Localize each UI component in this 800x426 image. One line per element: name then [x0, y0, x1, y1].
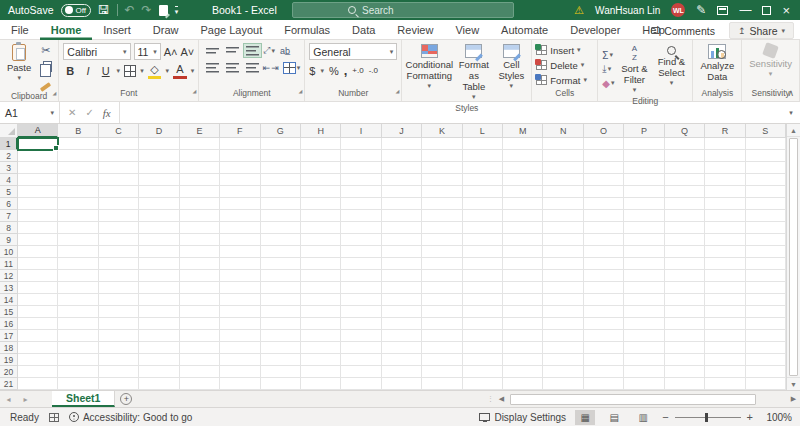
cell[interactable] — [584, 150, 624, 162]
row-header-18[interactable]: 18 — [0, 342, 18, 354]
cell[interactable] — [624, 162, 664, 174]
cell[interactable] — [746, 210, 786, 222]
sensitivity-button[interactable]: Sensitivity ▾ — [746, 43, 795, 87]
horizontal-scrollbar[interactable]: ⋮ ◀ ▶ — [487, 392, 800, 406]
search-input[interactable]: Search — [292, 2, 514, 18]
chevron-down-icon[interactable]: ▾ — [297, 64, 301, 72]
cell[interactable] — [341, 186, 381, 198]
cell[interactable] — [584, 246, 624, 258]
cell[interactable] — [139, 186, 179, 198]
cell[interactable] — [58, 366, 98, 378]
minimize-button[interactable]: — — [739, 4, 751, 16]
vertical-scroll-thumb[interactable] — [789, 138, 798, 376]
cell[interactable] — [422, 246, 462, 258]
cell[interactable] — [58, 234, 98, 246]
orientation-button[interactable]: ⤢ — [263, 45, 270, 56]
cell[interactable] — [261, 210, 301, 222]
cell[interactable] — [422, 306, 462, 318]
cell[interactable] — [220, 258, 260, 270]
delete-cells-button[interactable]: Delete▾ — [536, 58, 593, 72]
cell[interactable] — [99, 270, 139, 282]
cell[interactable] — [463, 198, 503, 210]
cell[interactable] — [99, 378, 139, 390]
row-header-12[interactable]: 12 — [0, 270, 18, 282]
conditional-formatting-button[interactable]: Conditional Formatting ▾ — [406, 43, 452, 102]
cell[interactable] — [543, 186, 583, 198]
cell[interactable] — [665, 270, 705, 282]
cell[interactable] — [180, 246, 220, 258]
cell[interactable] — [301, 306, 341, 318]
cell[interactable] — [624, 186, 664, 198]
cell[interactable] — [58, 282, 98, 294]
cell[interactable] — [99, 246, 139, 258]
cell[interactable] — [382, 210, 422, 222]
cell[interactable] — [665, 306, 705, 318]
cell[interactable] — [301, 354, 341, 366]
cell[interactable] — [463, 246, 503, 258]
cell[interactable] — [503, 282, 543, 294]
cell[interactable] — [301, 330, 341, 342]
cell[interactable] — [746, 198, 786, 210]
cell[interactable] — [584, 210, 624, 222]
accessibility-status[interactable]: Accessibility: Good to go — [69, 412, 193, 423]
cell[interactable] — [463, 174, 503, 186]
cell[interactable] — [341, 270, 381, 282]
analyze-data-button[interactable]: Analyze Data — [697, 43, 737, 87]
cell[interactable] — [220, 270, 260, 282]
cell[interactable] — [503, 258, 543, 270]
cell[interactable] — [58, 150, 98, 162]
autosum-button[interactable]: Σ▾ — [602, 49, 614, 62]
warning-icon[interactable]: ⚠ — [574, 4, 584, 17]
cell[interactable] — [18, 294, 58, 306]
cell[interactable] — [665, 330, 705, 342]
share-button[interactable]: ↥ Share ▾ — [729, 22, 794, 39]
cell[interactable] — [422, 258, 462, 270]
cell[interactable] — [543, 342, 583, 354]
cell[interactable] — [220, 378, 260, 390]
chevron-down-icon[interactable]: ▾ — [165, 67, 169, 75]
cell[interactable] — [18, 270, 58, 282]
zoom-out-button[interactable]: − — [662, 411, 668, 423]
page-break-view-button[interactable]: ▥ — [633, 410, 653, 425]
cell[interactable] — [382, 318, 422, 330]
cell[interactable] — [705, 270, 745, 282]
cell[interactable] — [665, 162, 705, 174]
cell[interactable] — [99, 342, 139, 354]
cell[interactable] — [584, 186, 624, 198]
cell[interactable] — [261, 330, 301, 342]
cell[interactable] — [180, 234, 220, 246]
chevron-down-icon[interactable]: ▾ — [117, 67, 121, 75]
cell[interactable] — [58, 138, 98, 150]
center-button[interactable] — [223, 60, 242, 75]
cell[interactable] — [463, 378, 503, 390]
cell[interactable] — [301, 150, 341, 162]
cell[interactable] — [341, 162, 381, 174]
sheet-tab-sheet1[interactable]: Sheet1 — [52, 391, 115, 407]
cell[interactable] — [18, 174, 58, 186]
cell[interactable] — [341, 342, 381, 354]
clear-button[interactable]: ◆▾ — [602, 77, 614, 90]
cell[interactable] — [543, 222, 583, 234]
column-header-P[interactable]: P — [624, 124, 664, 138]
align-left-button[interactable] — [203, 60, 222, 75]
cell[interactable] — [261, 294, 301, 306]
cell[interactable] — [463, 318, 503, 330]
cell[interactable] — [624, 282, 664, 294]
next-sheet-icon[interactable]: ▸ — [17, 391, 34, 407]
cell[interactable] — [463, 138, 503, 150]
cell[interactable] — [665, 222, 705, 234]
cell[interactable] — [301, 282, 341, 294]
cell[interactable] — [543, 282, 583, 294]
borders-icon[interactable] — [124, 65, 136, 77]
cell[interactable] — [584, 342, 624, 354]
cell[interactable] — [139, 150, 179, 162]
cell[interactable] — [543, 234, 583, 246]
cell[interactable] — [18, 306, 58, 318]
find-select-button[interactable]: Find & Select ▾ — [654, 43, 688, 95]
cell[interactable] — [463, 270, 503, 282]
macro-record-icon[interactable] — [49, 413, 59, 422]
cell[interactable] — [584, 234, 624, 246]
tab-data[interactable]: Data — [341, 20, 386, 40]
cell[interactable] — [18, 366, 58, 378]
cell[interactable] — [665, 258, 705, 270]
